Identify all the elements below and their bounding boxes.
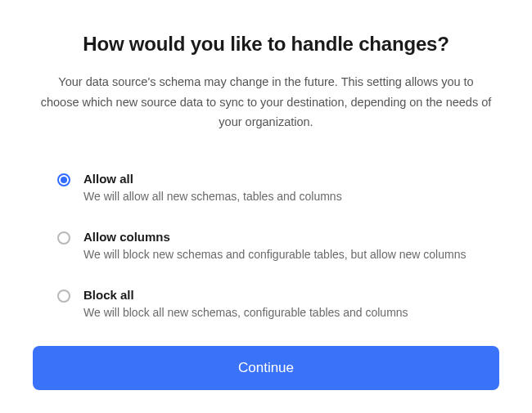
option-label: Allow columns bbox=[83, 230, 483, 244]
option-description: We will allow all new schemas, tables an… bbox=[83, 188, 483, 205]
page-title: How would you like to handle changes? bbox=[33, 33, 499, 56]
option-text: Block all We will block all new schemas,… bbox=[83, 288, 483, 321]
radio-icon bbox=[57, 231, 70, 245]
options-group: Allow all We will allow all new schemas,… bbox=[33, 172, 499, 346]
radio-icon bbox=[57, 290, 70, 303]
option-block-all[interactable]: Block all We will block all new schemas,… bbox=[57, 288, 483, 321]
option-text: Allow all We will allow all new schemas,… bbox=[83, 172, 483, 205]
radio-icon bbox=[57, 173, 70, 186]
option-label: Allow all bbox=[83, 172, 483, 186]
option-text: Allow columns We will block new schemas … bbox=[83, 230, 483, 263]
continue-button[interactable]: Continue bbox=[33, 346, 499, 390]
page-subtitle: Your data source's schema may change in … bbox=[33, 72, 499, 132]
option-allow-columns[interactable]: Allow columns We will block new schemas … bbox=[57, 230, 483, 263]
option-description: We will block all new schemas, configura… bbox=[83, 304, 483, 321]
option-description: We will block new schemas and configurab… bbox=[83, 246, 483, 263]
option-label: Block all bbox=[83, 288, 483, 302]
option-allow-all[interactable]: Allow all We will allow all new schemas,… bbox=[57, 172, 483, 205]
